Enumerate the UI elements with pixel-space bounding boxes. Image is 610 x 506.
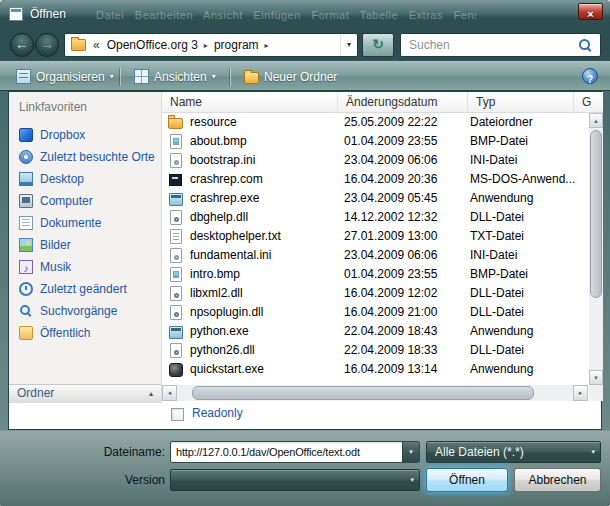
folders-bar[interactable]: Ordner ▴: [9, 384, 161, 403]
scroll-right-button[interactable]: ▸: [573, 385, 588, 401]
vertical-scrollbar-thumb[interactable]: [590, 130, 602, 298]
cancel-button[interactable]: Abbrechen: [514, 468, 601, 492]
sidebar-item-dropbox[interactable]: Dropbox: [9, 124, 161, 146]
search-icon: [578, 38, 592, 52]
horizontal-scrollbar-thumb[interactable]: [192, 386, 534, 400]
horizontal-scrollbar[interactable]: ◂ ▸: [162, 385, 588, 401]
sidebar-item-label: Dokumente: [40, 216, 101, 230]
desktop-icon: [19, 172, 33, 186]
window-icon: [9, 7, 23, 21]
readonly-label[interactable]: Readonly: [192, 406, 243, 420]
file-row[interactable]: quickstart.exe16.04.2009 13:14Anwendung: [162, 360, 588, 379]
quickstart-icon: [169, 363, 183, 377]
search-box[interactable]: Suchen: [400, 33, 601, 57]
scroll-up-icon: ▴: [594, 117, 598, 124]
sidebar-item-searches[interactable]: Suchvorgänge: [9, 300, 161, 322]
scroll-down-icon: ▾: [594, 374, 598, 381]
file-row[interactable]: crashrep.com16.04.2009 20:36MS-DOS-Anwen…: [162, 170, 588, 189]
file-row[interactable]: python26.dll22.04.2009 18:33DLL-Datei: [162, 341, 588, 360]
views-icon: [134, 69, 149, 84]
breadcrumb-overflow-chevron[interactable]: «: [90, 38, 103, 52]
address-dropdown-arrow[interactable]: ▾: [340, 34, 357, 56]
sidebar-item-public[interactable]: Öffentlich: [9, 322, 161, 344]
file-row[interactable]: crashrep.exe23.04.2009 05:45Anwendung: [162, 189, 588, 208]
help-button[interactable]: ?: [582, 68, 598, 84]
column-header-date[interactable]: Änderungsdatum: [338, 92, 468, 113]
file-name: libxml2.dll: [190, 284, 336, 303]
file-row[interactable]: dbghelp.dll14.12.2002 12:32DLL-Datei: [162, 208, 588, 227]
searches-icon: [19, 304, 33, 318]
file-row[interactable]: fundamental.ini23.04.2009 06:06INI-Datei: [162, 246, 588, 265]
filename-value[interactable]: http://127.0.0.1/dav/OpenOffice/text.odt: [176, 442, 398, 462]
file-row[interactable]: libxml2.dll16.04.2009 12:02DLL-Datei: [162, 284, 588, 303]
open-button[interactable]: Öffnen: [426, 468, 508, 492]
new-folder-button[interactable]: Neuer Ordner: [236, 66, 345, 87]
refresh-button[interactable]: ↻: [362, 33, 394, 57]
file-type: INI-Datei: [470, 246, 586, 265]
sidebar-item-music[interactable]: Musik: [9, 256, 161, 278]
chevron-down-icon: ▾: [591, 442, 595, 462]
file-name: fundamental.ini: [190, 246, 336, 265]
help-icon: ?: [587, 74, 593, 85]
open-dialog-window: Öffnen Datei Bearbeiten Ansicht Einfügen…: [0, 0, 610, 506]
vertical-scrollbar[interactable]: ▴ ▾: [589, 113, 603, 385]
list-column-headers: NameÄnderungsdatumTypG: [162, 92, 603, 113]
breadcrumb-separator-icon[interactable]: ▸: [202, 41, 210, 50]
file-row[interactable]: desktophelper.txt27.01.2009 13:00TXT-Dat…: [162, 227, 588, 246]
file-name: about.bmp: [190, 132, 336, 151]
sidebar-item-label: Computer: [40, 194, 93, 208]
column-header-type[interactable]: Typ: [468, 92, 574, 113]
sidebar-item-label: Dropbox: [40, 128, 85, 142]
dll-icon: [170, 305, 182, 320]
file-modified-date: 16.04.2009 12:02: [344, 284, 466, 303]
back-button[interactable]: ←: [10, 33, 34, 57]
sidebar-item-recent-places[interactable]: Zuletzt besuchte Orte: [9, 146, 161, 168]
app-icon: [169, 193, 183, 206]
new-folder-label: Neuer Ordner: [264, 70, 337, 84]
breadcrumb-item-program[interactable]: program: [210, 38, 263, 52]
version-combobox[interactable]: ▾: [170, 469, 420, 491]
scroll-down-button[interactable]: ▾: [589, 370, 603, 385]
file-name: crashrep.exe: [190, 189, 336, 208]
sidebar-item-desktop[interactable]: Desktop: [9, 168, 161, 190]
file-name: desktophelper.txt: [190, 227, 336, 246]
scroll-left-button[interactable]: ◂: [162, 385, 177, 401]
filetype-combobox[interactable]: Alle Dateien (*.*) ▾: [426, 441, 601, 463]
toolbar-separator: [120, 68, 121, 86]
file-type: BMP-Datei: [470, 132, 586, 151]
file-row[interactable]: npsoplugin.dll16.04.2009 21:00DLL-Datei: [162, 303, 588, 322]
breadcrumb-item-openoffice[interactable]: OpenOffice.org 3: [103, 38, 202, 52]
folder-icon: [168, 115, 184, 130]
breadcrumb-separator-icon[interactable]: ▸: [263, 41, 271, 50]
sidebar-item-computer[interactable]: Computer: [9, 190, 161, 212]
file-type: Dateiordner: [470, 113, 586, 132]
file-row[interactable]: resource25.05.2009 22:22Dateiordner: [162, 113, 588, 132]
sidebar-item-pictures[interactable]: Bilder: [9, 234, 161, 256]
scroll-up-button[interactable]: ▴: [589, 113, 603, 128]
ini-icon: [170, 153, 182, 168]
sidebar-item-documents[interactable]: Dokumente: [9, 212, 161, 234]
chevron-up-icon: ▴: [149, 385, 153, 402]
close-button[interactable]: ×: [578, 3, 603, 20]
sidebar-item-label: Bilder: [40, 238, 71, 252]
file-type: Anwendung: [470, 189, 586, 208]
window-title: Öffnen: [30, 7, 66, 21]
titlebar[interactable]: Öffnen Datei Bearbeiten Ansicht Einfügen…: [0, 0, 610, 29]
filename-combobox[interactable]: http://127.0.0.1/dav/OpenOffice/text.odt…: [170, 441, 420, 463]
forward-button[interactable]: →: [35, 33, 59, 57]
file-name: quickstart.exe: [190, 360, 336, 379]
file-row[interactable]: about.bmp01.04.2009 23:55BMP-Datei: [162, 132, 588, 151]
file-row[interactable]: bootstrap.ini23.04.2009 06:06INI-Datei: [162, 151, 588, 170]
file-row[interactable]: intro.bmp01.04.2009 23:55BMP-Datei: [162, 265, 588, 284]
column-header-size[interactable]: G: [574, 92, 603, 113]
file-name: intro.bmp: [190, 265, 336, 284]
address-breadcrumb-bar[interactable]: « OpenOffice.org 3 ▸ program ▸ ▾: [64, 33, 358, 57]
column-header-name[interactable]: Name: [162, 92, 338, 113]
filename-dropdown-button[interactable]: ▾: [402, 442, 419, 462]
sidebar-item-recent-changed[interactable]: Zuletzt geändert: [9, 278, 161, 300]
scroll-right-icon: ▸: [579, 389, 583, 396]
views-button[interactable]: Ansichten ▾: [126, 66, 224, 87]
readonly-checkbox[interactable]: [171, 408, 184, 421]
file-row[interactable]: python.exe22.04.2009 18:43Anwendung: [162, 322, 588, 341]
organize-button[interactable]: Organisieren ▾: [8, 66, 122, 87]
